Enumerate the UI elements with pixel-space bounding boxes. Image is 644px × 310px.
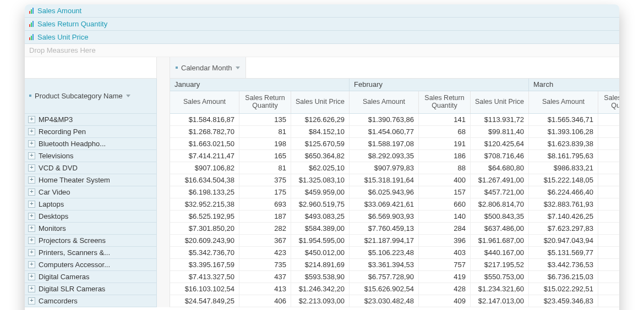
data-cell[interactable]: $500.843,35 [471,211,529,223]
row-label[interactable]: +Computers Accessor... [25,259,157,271]
data-cell[interactable]: 88 [419,162,471,174]
data-cell[interactable]: $986.833,21 [529,162,598,174]
row-label[interactable]: +Home Theater System [25,174,157,186]
row-label[interactable]: +Digital SLR Cameras [25,283,157,295]
data-cell[interactable]: $20.609.243,90 [170,235,239,247]
expand-icon[interactable]: + [28,201,35,208]
month-header[interactable]: January [170,79,350,91]
expand-icon[interactable]: + [28,225,35,232]
data-cell[interactable]: $1.393.106,28 [529,126,598,138]
expand-icon[interactable]: + [28,116,35,123]
data-cell[interactable]: 118 [598,114,619,126]
column-field-selector[interactable]: Calendar Month [170,57,246,78]
data-cell[interactable]: $15.626.902,54 [350,283,419,295]
row-label[interactable]: +Projectors & Screens [25,235,157,247]
data-cell[interactable]: $217.195,52 [471,259,529,271]
metric-header[interactable]: Sales Unit Price [291,91,350,113]
data-cell[interactable]: 403 [419,247,471,259]
data-cell[interactable]: $708.716,46 [471,150,529,162]
data-cell[interactable]: $5.106.223,48 [350,247,419,259]
row-field-selector[interactable]: Product Subcategory Name [25,79,157,114]
data-cell[interactable]: $593.538,90 [291,271,350,283]
data-cell[interactable]: $21.187.994,17 [350,235,419,247]
data-cell[interactable]: $126.626,29 [291,114,350,126]
data-cell[interactable]: $1.623.839,38 [529,138,598,150]
data-cell[interactable]: 186 [419,150,471,162]
expand-icon[interactable]: + [28,140,35,147]
data-cell[interactable]: 141 [419,114,471,126]
data-cell[interactable]: $1.246.342,20 [291,283,350,295]
data-cell[interactable]: 375 [239,174,291,186]
data-cell[interactable]: $24.547.849,25 [170,295,239,307]
data-cell[interactable]: 198 [239,138,291,150]
data-cell[interactable]: $15.318.191,64 [350,174,419,186]
expand-icon[interactable]: + [28,152,35,159]
data-cell[interactable]: $1.961.687,00 [471,235,529,247]
data-cell[interactable]: 80 [598,126,619,138]
expand-icon[interactable]: + [28,249,35,256]
data-cell[interactable]: 107 [598,162,619,174]
data-cell[interactable]: $32.883.761,93 [529,198,598,211]
data-cell[interactable]: 400 [419,174,471,186]
data-cell[interactable]: $6.757.728,90 [350,271,419,283]
data-cell[interactable]: $16.103.102,54 [170,283,239,295]
expand-icon[interactable]: + [28,297,35,305]
data-cell[interactable]: $7.623.297,83 [529,223,598,235]
data-cell[interactable]: $113.931,72 [471,114,529,126]
data-cell[interactable]: 406 [239,295,291,307]
data-cell[interactable]: $459.959,00 [291,186,350,198]
data-cell[interactable]: $1.584.816,87 [170,114,239,126]
data-cell[interactable]: $6.224.466,40 [529,186,598,198]
data-cell[interactable]: 757 [419,259,471,271]
data-cell[interactable]: $1.454.060,77 [350,126,419,138]
data-cell[interactable]: $1.565.346,71 [529,114,598,126]
data-cell[interactable]: $1.954.595,00 [291,235,350,247]
data-cell[interactable]: 428 [419,283,471,295]
data-cell[interactable]: $32.952.215,38 [170,198,239,211]
data-cell[interactable]: $6.198.133,25 [170,186,239,198]
data-cell[interactable]: 409 [419,295,471,307]
data-cell[interactable]: $62.025,10 [291,162,350,174]
measure-item[interactable]: Sales Amount [25,4,619,18]
data-cell[interactable]: $15.022.292,51 [529,283,598,295]
data-cell[interactable]: $584.389,00 [291,223,350,235]
metric-header[interactable]: Sales Return Quantity [239,91,291,113]
data-cell[interactable]: 180 [598,186,619,198]
data-cell[interactable]: 413 [239,283,291,295]
data-cell[interactable]: $550.753,00 [471,271,529,283]
data-cell[interactable]: 187 [239,211,291,223]
data-cell[interactable]: 204 [598,150,619,162]
data-cell[interactable]: 401 [598,247,619,259]
data-cell[interactable]: $7.760.459,13 [350,223,419,235]
data-cell[interactable]: 165 [239,150,291,162]
data-cell[interactable]: $120.425,64 [471,138,529,150]
row-label[interactable]: +Laptops [25,198,157,211]
data-cell[interactable]: $3.395.167,59 [170,259,239,271]
row-label[interactable]: +VCD & DVD [25,162,157,174]
data-cell[interactable]: $20.947.043,94 [529,235,598,247]
data-cell[interactable]: $6.025.943,96 [350,186,419,198]
data-cell[interactable]: 408 [598,295,619,307]
data-cell[interactable]: $2.213.093,00 [291,295,350,307]
data-cell[interactable]: $7.140.426,25 [529,211,598,223]
data-cell[interactable]: $1.234.321,60 [471,283,529,295]
measure-item[interactable]: Sales Return Quantity [25,18,619,31]
row-label[interactable]: +Digital Cameras [25,271,157,283]
metric-header[interactable]: Sales Amount [170,91,239,113]
data-cell[interactable]: 412 [598,271,619,283]
data-cell[interactable]: 306 [598,223,619,235]
row-label[interactable]: +Bluetooth Headpho... [25,138,157,150]
month-header[interactable]: February [350,79,529,91]
data-cell[interactable]: $637.486,00 [471,223,529,235]
data-cell[interactable]: $907.106,82 [170,162,239,174]
data-cell[interactable]: $1.390.763,86 [350,114,419,126]
data-cell[interactable]: 383 [598,235,619,247]
row-label[interactable]: +Televisions [25,150,157,162]
data-cell[interactable]: $6.525.192,95 [170,211,239,223]
data-cell[interactable]: 68 [419,126,471,138]
expand-icon[interactable]: + [28,237,35,244]
expand-icon[interactable]: + [28,273,35,280]
data-cell[interactable]: $7.301.850,20 [170,223,239,235]
data-cell[interactable]: 81 [239,162,291,174]
metric-header[interactable]: Sales Amount [529,91,598,113]
